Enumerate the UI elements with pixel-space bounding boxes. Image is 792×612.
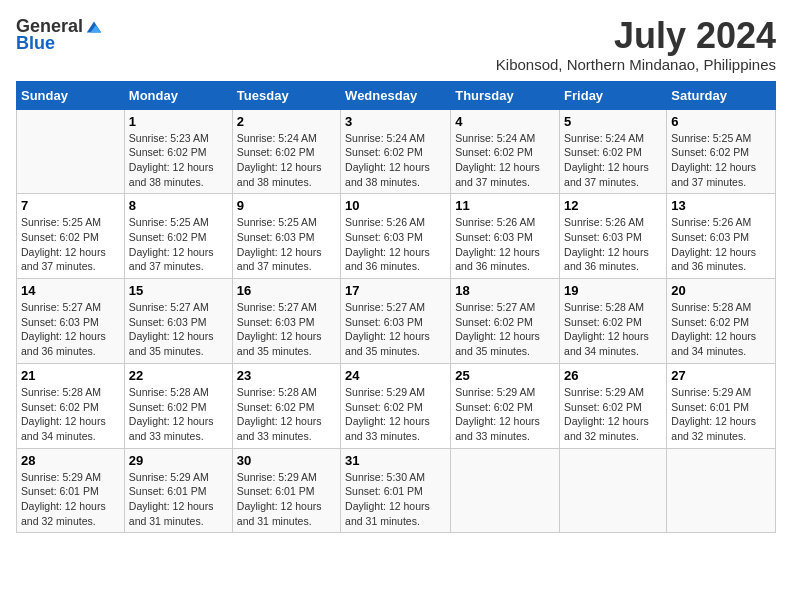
day-number: 31 — [345, 453, 446, 468]
day-info: Sunrise: 5:27 AM Sunset: 6:03 PM Dayligh… — [345, 300, 446, 359]
calendar-cell: 27Sunrise: 5:29 AM Sunset: 6:01 PM Dayli… — [667, 363, 776, 448]
day-info: Sunrise: 5:24 AM Sunset: 6:02 PM Dayligh… — [564, 131, 662, 190]
calendar-cell: 25Sunrise: 5:29 AM Sunset: 6:02 PM Dayli… — [451, 363, 560, 448]
day-number: 22 — [129, 368, 228, 383]
calendar-cell: 8Sunrise: 5:25 AM Sunset: 6:02 PM Daylig… — [124, 194, 232, 279]
day-info: Sunrise: 5:25 AM Sunset: 6:02 PM Dayligh… — [671, 131, 771, 190]
calendar-body: 1Sunrise: 5:23 AM Sunset: 6:02 PM Daylig… — [17, 109, 776, 533]
day-info: Sunrise: 5:26 AM Sunset: 6:03 PM Dayligh… — [345, 215, 446, 274]
calendar-cell: 29Sunrise: 5:29 AM Sunset: 6:01 PM Dayli… — [124, 448, 232, 533]
day-info: Sunrise: 5:23 AM Sunset: 6:02 PM Dayligh… — [129, 131, 228, 190]
header-day-thursday: Thursday — [451, 81, 560, 109]
day-number: 17 — [345, 283, 446, 298]
day-number: 9 — [237, 198, 336, 213]
header-day-tuesday: Tuesday — [232, 81, 340, 109]
calendar-cell: 26Sunrise: 5:29 AM Sunset: 6:02 PM Dayli… — [560, 363, 667, 448]
day-number: 30 — [237, 453, 336, 468]
calendar-cell — [560, 448, 667, 533]
calendar-cell: 17Sunrise: 5:27 AM Sunset: 6:03 PM Dayli… — [341, 279, 451, 364]
header-day-sunday: Sunday — [17, 81, 125, 109]
day-number: 5 — [564, 114, 662, 129]
calendar-cell: 6Sunrise: 5:25 AM Sunset: 6:02 PM Daylig… — [667, 109, 776, 194]
calendar-cell: 31Sunrise: 5:30 AM Sunset: 6:01 PM Dayli… — [341, 448, 451, 533]
day-number: 10 — [345, 198, 446, 213]
day-info: Sunrise: 5:29 AM Sunset: 6:01 PM Dayligh… — [671, 385, 771, 444]
day-number: 21 — [21, 368, 120, 383]
calendar-cell: 30Sunrise: 5:29 AM Sunset: 6:01 PM Dayli… — [232, 448, 340, 533]
calendar-cell: 15Sunrise: 5:27 AM Sunset: 6:03 PM Dayli… — [124, 279, 232, 364]
day-info: Sunrise: 5:29 AM Sunset: 6:01 PM Dayligh… — [129, 470, 228, 529]
day-info: Sunrise: 5:27 AM Sunset: 6:02 PM Dayligh… — [455, 300, 555, 359]
logo: General Blue — [16, 16, 103, 54]
calendar-cell: 24Sunrise: 5:29 AM Sunset: 6:02 PM Dayli… — [341, 363, 451, 448]
day-number: 14 — [21, 283, 120, 298]
calendar-cell: 5Sunrise: 5:24 AM Sunset: 6:02 PM Daylig… — [560, 109, 667, 194]
day-number: 13 — [671, 198, 771, 213]
calendar-cell: 16Sunrise: 5:27 AM Sunset: 6:03 PM Dayli… — [232, 279, 340, 364]
day-info: Sunrise: 5:28 AM Sunset: 6:02 PM Dayligh… — [564, 300, 662, 359]
day-info: Sunrise: 5:28 AM Sunset: 6:02 PM Dayligh… — [237, 385, 336, 444]
day-number: 3 — [345, 114, 446, 129]
day-info: Sunrise: 5:28 AM Sunset: 6:02 PM Dayligh… — [129, 385, 228, 444]
day-number: 20 — [671, 283, 771, 298]
title-block: July 2024 Kibonsod, Northern Mindanao, P… — [496, 16, 776, 73]
calendar-cell: 23Sunrise: 5:28 AM Sunset: 6:02 PM Dayli… — [232, 363, 340, 448]
calendar-cell: 28Sunrise: 5:29 AM Sunset: 6:01 PM Dayli… — [17, 448, 125, 533]
day-number: 8 — [129, 198, 228, 213]
calendar-cell: 2Sunrise: 5:24 AM Sunset: 6:02 PM Daylig… — [232, 109, 340, 194]
day-info: Sunrise: 5:26 AM Sunset: 6:03 PM Dayligh… — [564, 215, 662, 274]
calendar-cell: 7Sunrise: 5:25 AM Sunset: 6:02 PM Daylig… — [17, 194, 125, 279]
day-info: Sunrise: 5:25 AM Sunset: 6:03 PM Dayligh… — [237, 215, 336, 274]
day-info: Sunrise: 5:28 AM Sunset: 6:02 PM Dayligh… — [671, 300, 771, 359]
day-number: 18 — [455, 283, 555, 298]
week-row-3: 14Sunrise: 5:27 AM Sunset: 6:03 PM Dayli… — [17, 279, 776, 364]
day-number: 7 — [21, 198, 120, 213]
day-number: 4 — [455, 114, 555, 129]
calendar-cell: 22Sunrise: 5:28 AM Sunset: 6:02 PM Dayli… — [124, 363, 232, 448]
day-info: Sunrise: 5:24 AM Sunset: 6:02 PM Dayligh… — [455, 131, 555, 190]
day-info: Sunrise: 5:26 AM Sunset: 6:03 PM Dayligh… — [455, 215, 555, 274]
day-number: 16 — [237, 283, 336, 298]
calendar-cell: 12Sunrise: 5:26 AM Sunset: 6:03 PM Dayli… — [560, 194, 667, 279]
day-info: Sunrise: 5:30 AM Sunset: 6:01 PM Dayligh… — [345, 470, 446, 529]
day-number: 11 — [455, 198, 555, 213]
page-header: General Blue July 2024 Kibonsod, Norther… — [16, 16, 776, 73]
day-info: Sunrise: 5:27 AM Sunset: 6:03 PM Dayligh… — [129, 300, 228, 359]
day-number: 26 — [564, 368, 662, 383]
day-number: 15 — [129, 283, 228, 298]
calendar-cell: 11Sunrise: 5:26 AM Sunset: 6:03 PM Dayli… — [451, 194, 560, 279]
day-info: Sunrise: 5:29 AM Sunset: 6:02 PM Dayligh… — [345, 385, 446, 444]
calendar-cell — [667, 448, 776, 533]
day-info: Sunrise: 5:25 AM Sunset: 6:02 PM Dayligh… — [21, 215, 120, 274]
day-info: Sunrise: 5:28 AM Sunset: 6:02 PM Dayligh… — [21, 385, 120, 444]
day-number: 29 — [129, 453, 228, 468]
header-day-wednesday: Wednesday — [341, 81, 451, 109]
calendar-cell: 18Sunrise: 5:27 AM Sunset: 6:02 PM Dayli… — [451, 279, 560, 364]
week-row-5: 28Sunrise: 5:29 AM Sunset: 6:01 PM Dayli… — [17, 448, 776, 533]
calendar-cell: 3Sunrise: 5:24 AM Sunset: 6:02 PM Daylig… — [341, 109, 451, 194]
day-number: 6 — [671, 114, 771, 129]
day-info: Sunrise: 5:24 AM Sunset: 6:02 PM Dayligh… — [345, 131, 446, 190]
day-info: Sunrise: 5:26 AM Sunset: 6:03 PM Dayligh… — [671, 215, 771, 274]
day-info: Sunrise: 5:29 AM Sunset: 6:02 PM Dayligh… — [564, 385, 662, 444]
header-day-monday: Monday — [124, 81, 232, 109]
day-info: Sunrise: 5:29 AM Sunset: 6:01 PM Dayligh… — [21, 470, 120, 529]
day-info: Sunrise: 5:27 AM Sunset: 6:03 PM Dayligh… — [21, 300, 120, 359]
header-day-friday: Friday — [560, 81, 667, 109]
day-info: Sunrise: 5:25 AM Sunset: 6:02 PM Dayligh… — [129, 215, 228, 274]
day-number: 25 — [455, 368, 555, 383]
header-day-saturday: Saturday — [667, 81, 776, 109]
day-number: 1 — [129, 114, 228, 129]
day-number: 23 — [237, 368, 336, 383]
month-year-title: July 2024 — [496, 16, 776, 56]
calendar-cell: 9Sunrise: 5:25 AM Sunset: 6:03 PM Daylig… — [232, 194, 340, 279]
week-row-2: 7Sunrise: 5:25 AM Sunset: 6:02 PM Daylig… — [17, 194, 776, 279]
calendar-cell: 19Sunrise: 5:28 AM Sunset: 6:02 PM Dayli… — [560, 279, 667, 364]
calendar-cell: 4Sunrise: 5:24 AM Sunset: 6:02 PM Daylig… — [451, 109, 560, 194]
calendar-cell: 20Sunrise: 5:28 AM Sunset: 6:02 PM Dayli… — [667, 279, 776, 364]
calendar-cell — [17, 109, 125, 194]
calendar-cell: 10Sunrise: 5:26 AM Sunset: 6:03 PM Dayli… — [341, 194, 451, 279]
day-info: Sunrise: 5:29 AM Sunset: 6:01 PM Dayligh… — [237, 470, 336, 529]
week-row-1: 1Sunrise: 5:23 AM Sunset: 6:02 PM Daylig… — [17, 109, 776, 194]
day-number: 12 — [564, 198, 662, 213]
